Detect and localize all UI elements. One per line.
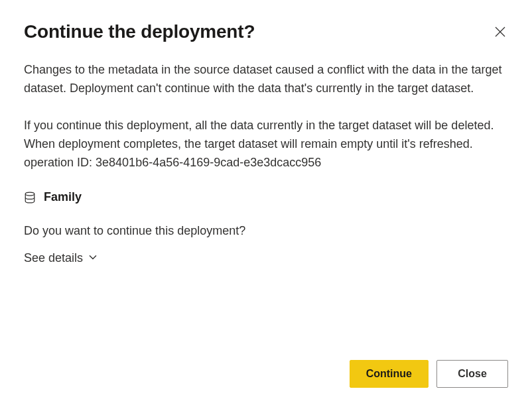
close-button[interactable] [492,24,508,42]
deployment-confirm-dialog: Continue the deployment? Changes to the … [0,0,532,409]
close-icon [495,27,505,39]
close-footer-button[interactable]: Close [436,360,508,388]
confirm-question: Do you want to continue this deployment? [24,224,508,238]
svg-point-2 [25,192,34,196]
dataset-name: Family [44,190,82,204]
dataset-icon [24,192,36,204]
see-details-toggle[interactable]: See details [24,251,508,265]
body-paragraph-2: If you continue this deployment, all the… [24,117,508,154]
chevron-down-icon [88,251,98,265]
dataset-row: Family [24,190,508,204]
spacer [24,265,508,347]
see-details-label: See details [24,251,83,265]
operation-id-line: operation ID: 3e8401b6-4a56-4169-9cad-e3… [24,154,508,172]
dialog-title: Continue the deployment? [24,21,255,42]
body-paragraph-1: Changes to the metadata in the source da… [24,61,508,98]
dialog-footer: Continue Close [24,360,508,388]
dialog-body: Changes to the metadata in the source da… [24,61,508,172]
dialog-header: Continue the deployment? [24,21,508,42]
continue-button[interactable]: Continue [350,360,429,388]
